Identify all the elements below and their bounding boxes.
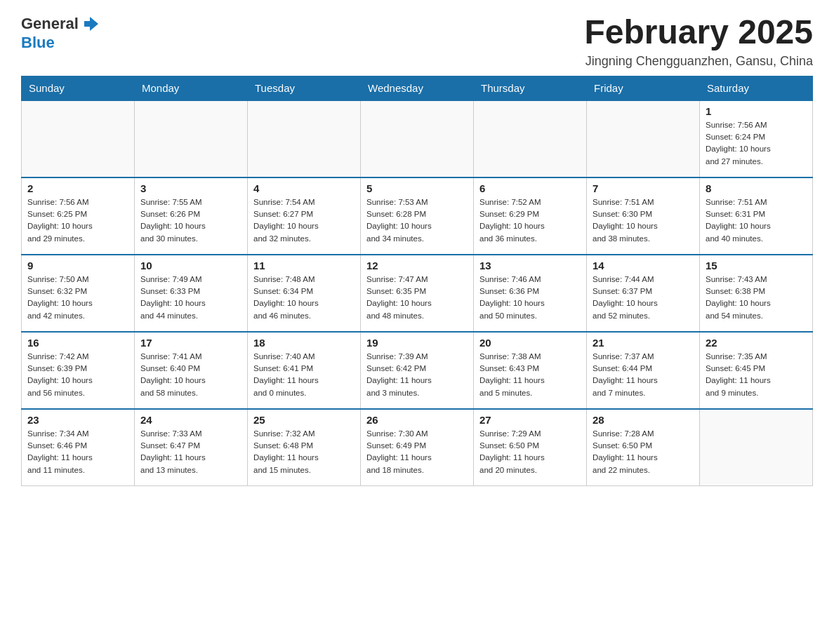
calendar-cell: 25Sunrise: 7:32 AM Sunset: 6:48 PM Dayli…: [248, 409, 361, 486]
calendar-cell: [587, 100, 700, 177]
day-number: 23: [27, 414, 128, 426]
day-number: 19: [366, 337, 468, 349]
calendar-cell: 5Sunrise: 7:53 AM Sunset: 6:28 PM Daylig…: [361, 177, 474, 255]
day-number: 15: [706, 260, 807, 271]
calendar-cell: 2Sunrise: 7:56 AM Sunset: 6:25 PM Daylig…: [22, 177, 135, 255]
day-number: 2: [27, 182, 128, 194]
calendar-cell: 16Sunrise: 7:42 AM Sunset: 6:39 PM Dayli…: [22, 332, 135, 409]
calendar: SundayMondayTuesdayWednesdayThursdayFrid…: [21, 76, 813, 487]
calendar-cell: 7Sunrise: 7:51 AM Sunset: 6:30 PM Daylig…: [587, 177, 700, 255]
day-info: Sunrise: 7:48 AM Sunset: 6:34 PM Dayligh…: [253, 274, 355, 322]
calendar-header-row: SundayMondayTuesdayWednesdayThursdayFrid…: [22, 76, 813, 100]
calendar-cell: 3Sunrise: 7:55 AM Sunset: 6:26 PM Daylig…: [135, 177, 248, 255]
calendar-cell: 14Sunrise: 7:44 AM Sunset: 6:37 PM Dayli…: [587, 255, 700, 332]
logo-text-blue: Blue: [21, 34, 55, 51]
weekday-header-saturday: Saturday: [700, 76, 813, 100]
logo-text-general: General: [21, 15, 79, 33]
day-number: 25: [253, 414, 355, 426]
day-info: Sunrise: 7:35 AM Sunset: 6:45 PM Dayligh…: [706, 351, 807, 399]
weekday-header-tuesday: Tuesday: [248, 76, 361, 100]
weekday-header-thursday: Thursday: [474, 76, 587, 100]
weekday-header-wednesday: Wednesday: [361, 76, 474, 100]
calendar-cell: 26Sunrise: 7:30 AM Sunset: 6:49 PM Dayli…: [361, 409, 474, 486]
day-number: 8: [706, 182, 807, 194]
day-info: Sunrise: 7:41 AM Sunset: 6:40 PM Dayligh…: [140, 351, 241, 399]
weekday-header-monday: Monday: [135, 76, 248, 100]
day-number: 22: [706, 337, 807, 349]
day-info: Sunrise: 7:52 AM Sunset: 6:29 PM Dayligh…: [479, 196, 581, 245]
day-number: 4: [253, 182, 355, 194]
day-info: Sunrise: 7:34 AM Sunset: 6:46 PM Dayligh…: [27, 428, 128, 476]
day-number: 5: [366, 182, 468, 194]
day-number: 18: [253, 337, 355, 349]
calendar-cell: 15Sunrise: 7:43 AM Sunset: 6:38 PM Dayli…: [700, 255, 813, 332]
day-info: Sunrise: 7:43 AM Sunset: 6:38 PM Dayligh…: [706, 274, 807, 322]
title-block: February 2025 Jingning Chengguanzhen, Ga…: [584, 14, 813, 69]
week-row-3: 16Sunrise: 7:42 AM Sunset: 6:39 PM Dayli…: [22, 332, 813, 409]
calendar-cell: [700, 409, 813, 486]
day-number: 12: [366, 260, 468, 271]
day-info: Sunrise: 7:56 AM Sunset: 6:24 PM Dayligh…: [706, 119, 807, 168]
calendar-cell: 28Sunrise: 7:28 AM Sunset: 6:50 PM Dayli…: [587, 409, 700, 486]
day-info: Sunrise: 7:33 AM Sunset: 6:47 PM Dayligh…: [140, 428, 241, 476]
calendar-cell: 23Sunrise: 7:34 AM Sunset: 6:46 PM Dayli…: [22, 409, 135, 486]
calendar-cell: 4Sunrise: 7:54 AM Sunset: 6:27 PM Daylig…: [248, 177, 361, 255]
calendar-cell: 12Sunrise: 7:47 AM Sunset: 6:35 PM Dayli…: [361, 255, 474, 332]
calendar-cell: 22Sunrise: 7:35 AM Sunset: 6:45 PM Dayli…: [700, 332, 813, 409]
calendar-cell: 1Sunrise: 7:56 AM Sunset: 6:24 PM Daylig…: [700, 100, 813, 177]
week-row-0: 1Sunrise: 7:56 AM Sunset: 6:24 PM Daylig…: [22, 100, 813, 177]
month-title: February 2025: [584, 14, 813, 51]
day-info: Sunrise: 7:32 AM Sunset: 6:48 PM Dayligh…: [253, 428, 355, 476]
calendar-cell: [474, 100, 587, 177]
day-info: Sunrise: 7:51 AM Sunset: 6:30 PM Dayligh…: [593, 196, 694, 245]
day-info: Sunrise: 7:37 AM Sunset: 6:44 PM Dayligh…: [593, 351, 694, 399]
logo: General Blue: [21, 14, 100, 52]
day-number: 24: [140, 414, 241, 426]
day-number: 1: [706, 105, 807, 117]
day-info: Sunrise: 7:50 AM Sunset: 6:32 PM Dayligh…: [27, 274, 128, 322]
day-info: Sunrise: 7:49 AM Sunset: 6:33 PM Dayligh…: [140, 274, 241, 322]
calendar-cell: [22, 100, 135, 177]
day-number: 3: [140, 182, 241, 194]
day-info: Sunrise: 7:30 AM Sunset: 6:49 PM Dayligh…: [366, 428, 468, 476]
day-info: Sunrise: 7:55 AM Sunset: 6:26 PM Dayligh…: [140, 196, 241, 245]
day-number: 10: [140, 260, 241, 271]
weekday-header-friday: Friday: [587, 76, 700, 100]
calendar-cell: 11Sunrise: 7:48 AM Sunset: 6:34 PM Dayli…: [248, 255, 361, 332]
day-number: 9: [27, 260, 128, 271]
week-row-4: 23Sunrise: 7:34 AM Sunset: 6:46 PM Dayli…: [22, 409, 813, 486]
day-number: 21: [593, 337, 694, 349]
calendar-cell: 21Sunrise: 7:37 AM Sunset: 6:44 PM Dayli…: [587, 332, 700, 409]
day-info: Sunrise: 7:53 AM Sunset: 6:28 PM Dayligh…: [366, 196, 468, 245]
svg-marker-0: [84, 17, 98, 31]
day-number: 28: [593, 414, 694, 426]
calendar-cell: 24Sunrise: 7:33 AM Sunset: 6:47 PM Dayli…: [135, 409, 248, 486]
weekday-header-sunday: Sunday: [22, 76, 135, 100]
day-info: Sunrise: 7:51 AM Sunset: 6:31 PM Dayligh…: [706, 196, 807, 245]
calendar-cell: 8Sunrise: 7:51 AM Sunset: 6:31 PM Daylig…: [700, 177, 813, 255]
day-info: Sunrise: 7:44 AM Sunset: 6:37 PM Dayligh…: [593, 274, 694, 322]
calendar-cell: 17Sunrise: 7:41 AM Sunset: 6:40 PM Dayli…: [135, 332, 248, 409]
day-info: Sunrise: 7:38 AM Sunset: 6:43 PM Dayligh…: [479, 351, 581, 399]
day-number: 16: [27, 337, 128, 349]
day-info: Sunrise: 7:29 AM Sunset: 6:50 PM Dayligh…: [479, 428, 581, 476]
day-info: Sunrise: 7:42 AM Sunset: 6:39 PM Dayligh…: [27, 351, 128, 399]
day-info: Sunrise: 7:47 AM Sunset: 6:35 PM Dayligh…: [366, 274, 468, 322]
page-header: General Blue February 2025 Jingning Chen…: [21, 14, 813, 69]
day-info: Sunrise: 7:40 AM Sunset: 6:41 PM Dayligh…: [253, 351, 355, 399]
calendar-cell: 20Sunrise: 7:38 AM Sunset: 6:43 PM Dayli…: [474, 332, 587, 409]
day-info: Sunrise: 7:56 AM Sunset: 6:25 PM Dayligh…: [27, 196, 128, 245]
day-number: 7: [593, 182, 694, 194]
day-number: 27: [479, 414, 581, 426]
calendar-cell: [135, 100, 248, 177]
calendar-cell: 13Sunrise: 7:46 AM Sunset: 6:36 PM Dayli…: [474, 255, 587, 332]
calendar-cell: 18Sunrise: 7:40 AM Sunset: 6:41 PM Dayli…: [248, 332, 361, 409]
location: Jingning Chengguanzhen, Gansu, China: [584, 54, 813, 69]
logo-icon: [80, 14, 100, 34]
day-info: Sunrise: 7:28 AM Sunset: 6:50 PM Dayligh…: [593, 428, 694, 476]
calendar-cell: 19Sunrise: 7:39 AM Sunset: 6:42 PM Dayli…: [361, 332, 474, 409]
calendar-cell: [361, 100, 474, 177]
day-number: 14: [593, 260, 694, 271]
day-number: 26: [366, 414, 468, 426]
day-number: 6: [479, 182, 581, 194]
